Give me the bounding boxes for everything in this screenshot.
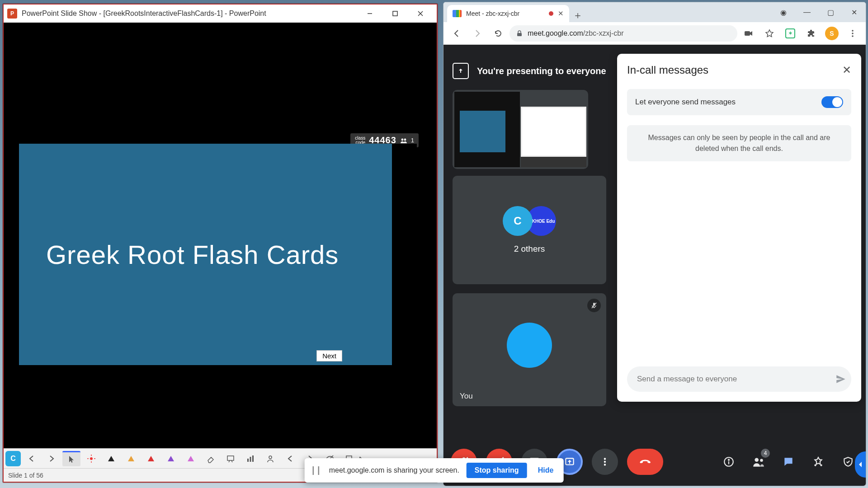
chrome-tabstrip: Meet - zbc-xzxj-cbr ✕ ＋ ◉ — ▢ ✕ (443, 2, 866, 22)
toggle-label: Let everyone send messages (635, 98, 736, 107)
hangup-button[interactable] (627, 449, 663, 475)
browser-tab[interactable]: Meet - zbc-xzxj-cbr ✕ (447, 5, 569, 22)
classpoint-icon[interactable]: C (5, 451, 21, 466)
svg-rect-23 (517, 33, 522, 36)
svg-point-36 (604, 458, 606, 460)
chat-input[interactable] (637, 375, 830, 384)
svg-point-5 (404, 138, 406, 141)
chrome-toolbar: meet.google.com/zbc-xzxj-cbr ✶ S (443, 22, 866, 45)
svg-point-26 (852, 33, 854, 34)
info-button[interactable] (718, 451, 739, 472)
svg-rect-14 (247, 459, 249, 462)
highlighter[interactable] (182, 451, 200, 466)
camera-indicator-icon[interactable] (739, 24, 758, 43)
minimize-button[interactable] (357, 5, 382, 23)
toast-text: meet.google.com is sharing your screen. (329, 466, 459, 474)
laser-tool[interactable] (82, 451, 100, 466)
slide-counter: Slide 1 of 56 (8, 472, 43, 479)
svg-point-45 (820, 464, 822, 466)
svg-point-42 (755, 458, 759, 462)
participant-avatar-icon: C (503, 206, 533, 236)
slide-title: Greek Root Flash Cards (19, 239, 339, 270)
chrome-window: Meet - zbc-xzxj-cbr ✕ ＋ ◉ — ▢ ✕ meet.goo… (443, 2, 866, 486)
screen-share-toast: ┃┃ meet.google.com is sharing your scree… (305, 458, 564, 483)
forward-button[interactable] (468, 24, 487, 43)
others-label: 2 others (514, 244, 545, 254)
self-name: You (460, 392, 473, 401)
left-nav-button[interactable] (281, 451, 299, 466)
muted-icon (587, 299, 601, 312)
self-tile[interactable]: You (453, 293, 606, 406)
people-icon (400, 137, 407, 144)
allow-messages-toggle-row: Let everyone send messages (627, 89, 851, 115)
next-slide-button[interactable] (42, 451, 61, 466)
svg-point-43 (760, 459, 763, 462)
svg-rect-16 (252, 455, 254, 462)
next-tooltip: Next (316, 350, 342, 361)
svg-point-41 (728, 460, 729, 460)
recording-indicator-icon (549, 11, 553, 16)
svg-point-38 (604, 464, 606, 465)
chrome-close-button[interactable]: ✕ (842, 2, 866, 22)
svg-point-4 (401, 138, 403, 141)
tab-close-button[interactable]: ✕ (558, 9, 564, 18)
people-count: 1 (411, 137, 414, 144)
chat-compose (627, 366, 851, 392)
eraser-tool[interactable] (202, 451, 220, 466)
maximize-button[interactable] (382, 5, 408, 23)
whiteboard-tool[interactable] (222, 451, 240, 466)
stop-sharing-button[interactable]: Stop sharing (467, 463, 527, 478)
pick-name-tool[interactable] (261, 451, 279, 466)
others-tile[interactable]: C INKHOE Edu 2 others (453, 176, 606, 284)
back-button[interactable] (447, 24, 466, 43)
pp-titlebar[interactable]: P PowerPoint Slide Show - [GreekRootsInt… (4, 5, 437, 23)
self-avatar-icon (507, 323, 552, 368)
chat-title: In-call messages (627, 64, 708, 76)
close-button[interactable] (408, 5, 433, 23)
extensions-button[interactable] (802, 24, 821, 43)
chat-info-text: Messages can only be seen by people in t… (627, 125, 851, 161)
powerpoint-window: P PowerPoint Slide Show - [GreekRootsInt… (3, 4, 438, 483)
svg-point-44 (814, 464, 816, 466)
new-tab-button[interactable]: ＋ (569, 9, 586, 22)
present-icon (453, 63, 469, 79)
pen-orange[interactable] (122, 451, 140, 466)
activities-button[interactable] (808, 451, 829, 472)
chat-button[interactable] (778, 451, 799, 472)
svg-point-6 (90, 457, 93, 460)
people-count-badge: 4 (761, 449, 770, 458)
svg-rect-15 (250, 457, 251, 462)
chrome-maximize-button[interactable]: ▢ (819, 2, 842, 22)
people-button[interactable]: 4 (748, 451, 769, 472)
chrome-menu-button[interactable] (843, 24, 862, 43)
poll-tool[interactable] (241, 451, 259, 466)
pp-title-text: PowerPoint Slide Show - [GreekRootsInter… (22, 9, 266, 18)
meet-surface: You're presenting to everyone C INKHOE E… (443, 45, 866, 486)
send-button[interactable] (835, 373, 847, 385)
chat-close-button[interactable]: ✕ (842, 64, 851, 76)
pen-purple[interactable] (162, 451, 180, 466)
tab-title: Meet - zbc-xzxj-cbr (466, 10, 519, 17)
extension-1-icon[interactable]: ✶ (781, 24, 800, 43)
pen-red[interactable] (142, 451, 160, 466)
svg-point-27 (852, 35, 854, 37)
chat-panel: In-call messages ✕ Let everyone send mes… (617, 54, 861, 402)
prev-slide-button[interactable] (23, 451, 41, 466)
cursor-tool[interactable] (62, 451, 80, 466)
presenting-banner: You're presenting to everyone (453, 57, 606, 84)
bookmark-button[interactable] (760, 24, 779, 43)
address-bar[interactable]: meet.google.com/zbc-xzxj-cbr (509, 25, 737, 42)
profile-button[interactable]: S (822, 24, 841, 43)
reload-button[interactable] (489, 24, 508, 43)
powerpoint-icon: P (7, 9, 17, 19)
more-button[interactable] (592, 449, 618, 475)
pen-black[interactable] (102, 451, 120, 466)
presentation-thumbnail[interactable] (453, 90, 588, 169)
svg-rect-11 (227, 456, 234, 460)
account-indicator-icon[interactable]: ◉ (772, 2, 795, 22)
slideshow-area[interactable]: classcode 44463 1 Greek Root Flash Cards… (4, 23, 437, 448)
chrome-minimize-button[interactable]: — (795, 2, 819, 22)
allow-messages-toggle[interactable] (821, 96, 843, 108)
drag-handle-icon[interactable]: ┃┃ (311, 466, 322, 475)
hide-toast-button[interactable]: Hide (534, 464, 557, 477)
